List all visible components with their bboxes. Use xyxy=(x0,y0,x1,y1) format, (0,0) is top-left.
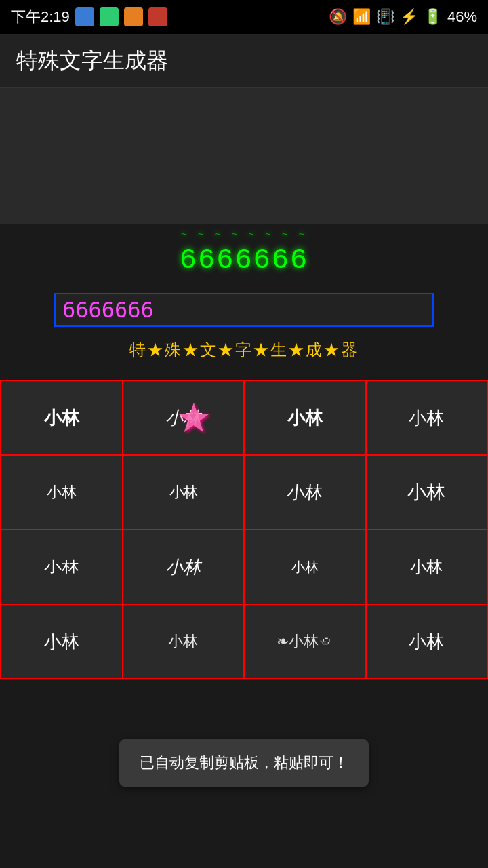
font-cell-text-1: 小林 xyxy=(165,406,201,430)
notif-icon-4 xyxy=(148,7,167,26)
page-title: 特殊文字生成器 xyxy=(16,46,168,76)
font-cell-text-8: 小林 xyxy=(44,557,79,576)
font-cell-1[interactable]: 小林★ xyxy=(123,381,245,456)
preview-area: 6666666 特★殊★文★字★生★成★器 xyxy=(0,224,488,380)
text-input[interactable] xyxy=(62,297,426,323)
font-grid: 小林小林★小林小林小林小林小林小林小林小林小林小林小林小林❧小林꩜小林 xyxy=(0,380,488,679)
font-cell-text-13: 小林 xyxy=(168,631,198,652)
input-container xyxy=(54,293,434,327)
font-cell-3[interactable]: 小林 xyxy=(367,381,489,456)
font-cell-15[interactable]: 小林 xyxy=(367,605,489,679)
font-cell-9[interactable]: 小林 xyxy=(123,530,245,605)
wifi-icon: 📶 xyxy=(352,8,371,26)
font-cell-text-7: 小林 xyxy=(407,479,445,505)
font-cell-12[interactable]: 小林 xyxy=(1,605,123,679)
font-cell-14[interactable]: ❧小林꩜ xyxy=(245,605,367,679)
title-bar: 特殊文字生成器 xyxy=(0,34,488,88)
preview-text: 6666666 xyxy=(180,244,308,277)
battery-icon: 🔋 xyxy=(424,8,442,26)
font-cell-5[interactable]: 小林 xyxy=(123,456,245,530)
font-cell-text-3: 小林 xyxy=(409,406,444,430)
font-cell-11[interactable]: 小林 xyxy=(367,530,489,605)
font-cell-text-4: 小林 xyxy=(47,482,77,502)
font-cell-6[interactable]: 小林 xyxy=(245,456,367,530)
ad-banner xyxy=(0,88,488,224)
font-cell-10[interactable]: 小林 xyxy=(245,530,367,605)
font-cell-text-6: 小林 xyxy=(286,481,323,505)
font-cell-text-5: 小林 xyxy=(169,482,197,502)
font-cell-text-12: 小林 xyxy=(43,629,79,654)
separator-label: 特★殊★文★字★生★成★器 xyxy=(129,339,359,361)
status-right: 🔕 📶 📳 ⚡ 🔋 46% xyxy=(329,8,477,26)
font-cell-text-2: 小林 xyxy=(287,406,323,430)
font-cell-13[interactable]: 小林 xyxy=(123,605,245,679)
status-left: 下午2:19 xyxy=(11,7,167,27)
font-cell-text-10: 小林 xyxy=(291,558,319,576)
font-cell-text-14: ❧小林꩜ xyxy=(277,631,333,652)
font-cell-text-11: 小林 xyxy=(410,556,443,578)
font-cell-0[interactable]: 小林 xyxy=(1,381,123,456)
toast-message: 已自动复制剪贴板，粘贴即可！ xyxy=(119,739,369,787)
sim-icon: 📳 xyxy=(376,8,394,26)
battery-percent: 46% xyxy=(447,8,477,26)
notif-icon-3 xyxy=(124,7,143,26)
font-cell-text-0: 小林 xyxy=(44,406,79,430)
status-time: 下午2:19 xyxy=(11,7,70,27)
font-cell-8[interactable]: 小林 xyxy=(1,530,123,605)
font-cell-4[interactable]: 小林 xyxy=(1,456,123,530)
status-bar: 下午2:19 🔕 📶 📳 ⚡ 🔋 46% xyxy=(0,0,488,34)
notif-icon-1 xyxy=(75,7,94,26)
notif-icon-2 xyxy=(100,7,119,26)
font-cell-text-15: 小林 xyxy=(409,630,444,654)
bell-icon: 🔕 xyxy=(329,8,347,26)
font-cell-2[interactable]: 小林 xyxy=(245,381,367,456)
charge-icon: ⚡ xyxy=(400,8,418,26)
font-cell-7[interactable]: 小林 xyxy=(367,456,489,530)
font-cell-text-9: 小林 xyxy=(165,555,201,579)
